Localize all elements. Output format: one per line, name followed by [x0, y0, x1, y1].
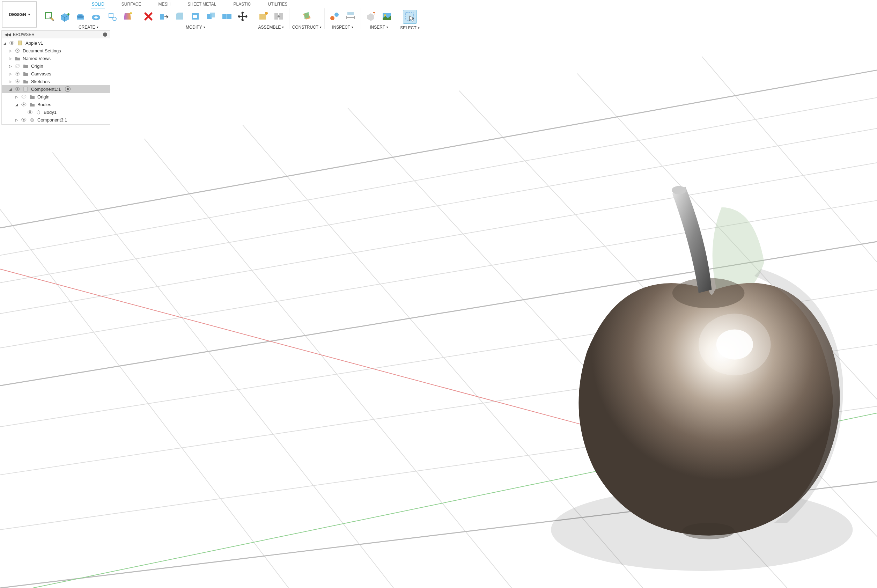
svg-rect-24 [347, 12, 354, 15]
press-pull-icon[interactable] [157, 10, 171, 23]
select-label[interactable]: SELECT [400, 24, 420, 29]
tab-plastic[interactable]: PLASTIC [232, 1, 251, 8]
inspect-label[interactable]: INSPECT [332, 24, 353, 29]
svg-point-8 [113, 17, 116, 21]
tab-mesh[interactable]: MESH [158, 1, 171, 8]
sweep-icon[interactable] [105, 10, 119, 23]
svg-point-6 [94, 16, 98, 18]
select-icon[interactable] [403, 10, 417, 24]
svg-rect-10 [160, 14, 164, 20]
dimension-icon[interactable] [344, 10, 357, 23]
construct-section: CONSTRUCT [289, 8, 324, 29]
insert-derive-icon[interactable] [364, 10, 378, 23]
insert-image-icon[interactable] [380, 10, 393, 23]
modify-section: MODIFY [138, 8, 253, 29]
svg-rect-7 [109, 13, 113, 18]
svg-point-4 [77, 15, 84, 18]
workspace-button[interactable]: DESIGN [2, 2, 37, 28]
svg-point-26 [384, 14, 386, 16]
joint-icon[interactable] [272, 10, 286, 23]
loft-icon[interactable] [121, 10, 134, 23]
tab-utilities[interactable]: UTILITIES [267, 1, 288, 8]
fillet-icon[interactable] [173, 10, 186, 23]
new-component-icon[interactable] [256, 10, 270, 23]
split-icon[interactable] [220, 10, 234, 23]
delete-icon[interactable] [142, 10, 155, 23]
svg-rect-17 [259, 14, 266, 20]
svg-rect-20 [279, 13, 283, 20]
svg-point-18 [265, 12, 268, 15]
plane-icon[interactable] [300, 10, 313, 23]
tab-solid[interactable]: SOLID [91, 1, 105, 8]
ribbon-tabs: SOLID SURFACE MESH SHEET METAL PLASTIC U… [39, 0, 877, 8]
svg-point-23 [334, 13, 339, 17]
shell-icon[interactable] [189, 10, 202, 23]
svg-rect-16 [227, 14, 231, 19]
ground-grid [0, 29, 877, 29]
svg-rect-14 [210, 13, 215, 18]
sketch-icon[interactable] [43, 10, 56, 23]
svg-rect-12 [193, 15, 197, 18]
svg-rect-19 [274, 13, 278, 20]
ribbon-toolbar: DESIGN SOLID SURFACE MESH SHEET METAL PL… [0, 0, 877, 29]
inspect-section: INSPECT [324, 8, 361, 29]
construct-label[interactable]: CONSTRUCT [292, 24, 322, 29]
svg-point-9 [130, 12, 132, 14]
viewport[interactable]: ◀◀ BROWSER ◢ Apple v1 ▷ Document Setting… [0, 29, 877, 29]
measure-icon[interactable] [328, 10, 342, 23]
revolve-icon[interactable] [90, 10, 103, 23]
select-section: SELECT [397, 8, 423, 29]
insert-label[interactable]: INSERT [370, 24, 388, 29]
svg-point-22 [330, 16, 334, 20]
insert-section: INSERT [361, 8, 397, 29]
svg-point-21 [277, 15, 280, 18]
box-icon[interactable] [58, 10, 72, 23]
svg-rect-15 [222, 14, 226, 19]
assemble-section: ASSEMBLE [253, 8, 289, 29]
extrude-icon[interactable] [74, 10, 87, 23]
tab-sheet-metal[interactable]: SHEET METAL [187, 1, 217, 8]
move-icon[interactable] [236, 10, 249, 23]
assemble-label[interactable]: ASSEMBLE [258, 24, 284, 29]
create-section: CREATE [39, 8, 138, 29]
tab-surface[interactable]: SURFACE [121, 1, 142, 8]
create-label[interactable]: CREATE [79, 24, 99, 29]
svg-point-3 [67, 13, 69, 15]
modify-label[interactable]: MODIFY [186, 24, 205, 29]
combine-icon[interactable] [205, 10, 218, 23]
